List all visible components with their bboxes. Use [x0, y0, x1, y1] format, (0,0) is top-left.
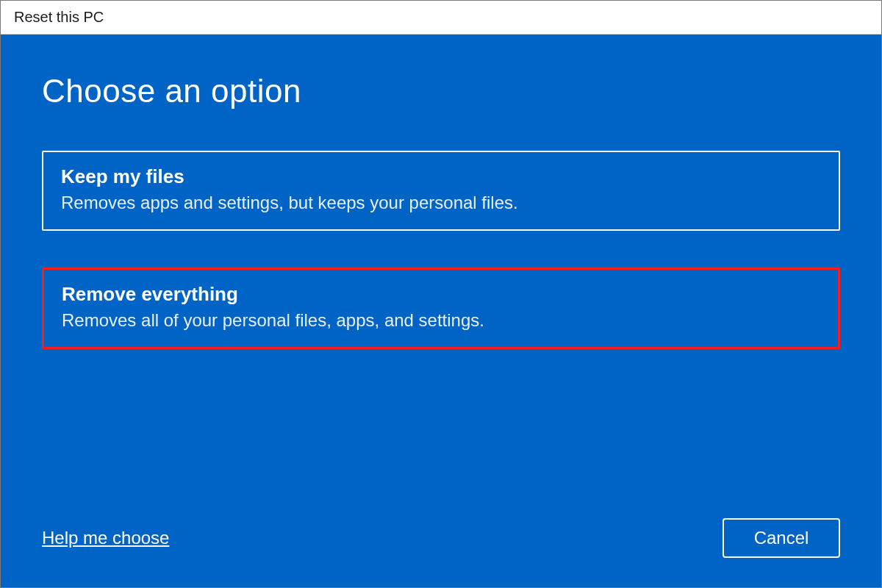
help-me-choose-link[interactable]: Help me choose: [42, 528, 169, 548]
option-description: Removes all of your personal files, apps…: [62, 310, 820, 331]
option-title: Remove everything: [62, 283, 820, 306]
option-description: Removes apps and settings, but keeps you…: [61, 193, 821, 213]
dialog-content: Choose an option Keep my files Removes a…: [1, 35, 881, 587]
option-remove-everything[interactable]: Remove everything Removes all of your pe…: [42, 268, 840, 349]
option-title: Keep my files: [61, 165, 821, 188]
reset-pc-dialog: Reset this PC Choose an option Keep my f…: [0, 0, 882, 588]
dialog-footer: Help me choose Cancel: [42, 518, 840, 558]
option-keep-my-files[interactable]: Keep my files Removes apps and settings,…: [42, 151, 840, 231]
window-title: Reset this PC: [14, 9, 104, 26]
title-bar: Reset this PC: [1, 1, 881, 35]
page-heading: Choose an option: [42, 73, 840, 110]
cancel-button[interactable]: Cancel: [723, 518, 840, 558]
